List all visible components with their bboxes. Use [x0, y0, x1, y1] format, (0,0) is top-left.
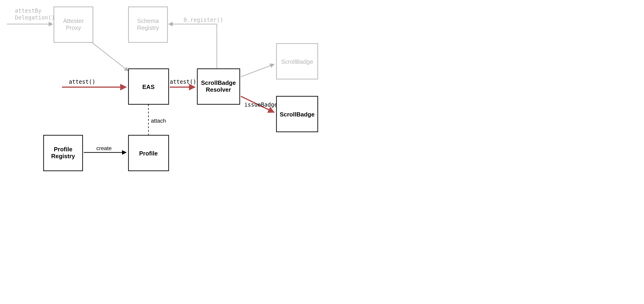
svg-line-1	[92, 42, 128, 71]
node-attester-proxy-l1: Attester	[63, 17, 84, 24]
edge-label-attest-by-delegation-l2: Delegation()	[15, 14, 54, 21]
node-scrollbadge-muted-label: ScrollBadge	[281, 58, 313, 65]
edge-create: create	[84, 145, 126, 152]
edge-attest-to-resolver: attest()	[170, 79, 196, 87]
node-scrollbadge-resolver: ScrollBadge Resolver	[197, 69, 240, 104]
node-eas-label: EAS	[142, 83, 154, 90]
node-scrollbadge-resolver-l2: Resolver	[206, 86, 231, 93]
node-profile: Profile	[128, 135, 169, 171]
edge-label-attest-to-eas: attest()	[69, 79, 96, 85]
node-schema-registry-l1: Schema	[137, 17, 159, 24]
node-schema-registry: Schema Registry	[128, 7, 168, 42]
node-profile-registry-l1: Profile	[54, 146, 72, 153]
node-schema-registry-l2: Registry	[137, 24, 159, 31]
node-scrollbadge: ScrollBadge	[276, 96, 318, 132]
edge-attest-to-eas: attest()	[62, 79, 126, 87]
node-scrollbadge-label: ScrollBadge	[280, 111, 314, 118]
edge-attest-by-delegation: attestBy Delegation()	[7, 7, 54, 24]
edge-attach: attach	[148, 104, 166, 135]
edge-register: 0.register()	[169, 17, 223, 69]
node-scrollbadge-muted: ScrollBadge	[276, 43, 318, 79]
node-attester-proxy-l2: Proxy	[66, 24, 81, 31]
edge-label-create: create	[96, 145, 112, 151]
architecture-diagram: attestBy Delegation() 0.register() attes…	[0, 0, 333, 177]
node-profile-label: Profile	[139, 150, 158, 157]
node-eas: EAS	[128, 69, 169, 104]
svg-line-4	[241, 64, 274, 77]
edge-label-attest-to-resolver: attest()	[170, 79, 196, 85]
node-profile-registry: Profile Registry	[44, 135, 82, 171]
node-scrollbadge-resolver-l1: ScrollBadge	[201, 79, 236, 86]
edge-resolver-to-scrollbadge-muted	[241, 64, 274, 77]
edge-proxy-to-eas	[92, 42, 128, 71]
node-profile-registry-l2: Registry	[51, 153, 75, 160]
edge-label-register: 0.register()	[184, 17, 223, 23]
edge-label-attach: attach	[151, 118, 166, 124]
node-attester-proxy: Attester Proxy	[54, 7, 93, 42]
edge-label-attest-by-delegation-l1: attestBy	[15, 7, 42, 14]
